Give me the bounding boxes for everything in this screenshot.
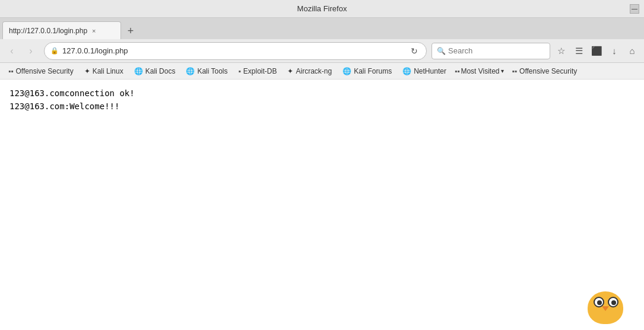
bookmark-label-kali-linux: Kali Linux: [93, 67, 123, 75]
bookmark-offensive-security-2[interactable]: ▪▪ Offensive Security: [507, 66, 582, 77]
bookmark-icon-most-visited: ▪▪: [455, 67, 460, 75]
mascot-body: [585, 288, 626, 324]
nav-right-icons: ☆ ☰ ⬛ ↓ ⌂: [553, 43, 640, 59]
bookmark-icon-kali-forums: 🌐: [342, 67, 351, 75]
bookmark-label-exploit-db: Exploit-DB: [243, 67, 277, 75]
address-bar[interactable]: [62, 46, 408, 55]
title-bar: Mozilla Firefox —: [0, 0, 644, 18]
bookmark-nethunter[interactable]: 🌐 NetHunter: [398, 66, 451, 77]
bookmark-exploit-db[interactable]: ▪ Exploit-DB: [234, 66, 282, 77]
page-line-2: 123@163.com:Welcome!!!: [9, 100, 635, 113]
page-wrapper: 123@163.comconnection ok! 123@163.com:We…: [0, 80, 644, 330]
bookmark-label-aircrack-ng: Aircrack-ng: [296, 67, 332, 75]
new-tab-button[interactable]: +: [122, 23, 139, 39]
bookmark-label-kali-forums: Kali Forums: [354, 67, 392, 75]
mascot: [585, 288, 632, 330]
secure-icon: 🔒: [50, 47, 59, 55]
bookmark-icon-aircrack-ng: ✦: [287, 67, 293, 75]
browser-window: Mozilla Firefox — http://127.0.0.1/login…: [0, 0, 644, 330]
back-button[interactable]: ‹: [4, 43, 20, 59]
mascot-circle: [588, 291, 623, 324]
bookmark-icon-nethunter: 🌐: [402, 67, 411, 75]
mascot-eye-right: [608, 297, 618, 307]
search-input[interactable]: [448, 46, 537, 55]
tab-label: http://127.0.0.1/login.php: [9, 27, 87, 35]
reader-view-button[interactable]: ☰: [570, 43, 587, 59]
minimize-button[interactable]: —: [630, 4, 639, 14]
reload-button[interactable]: ↻: [408, 45, 420, 57]
bookmark-kali-tools[interactable]: 🌐 Kali Tools: [181, 66, 232, 77]
nav-bar: ‹ › 🔒 ↻ 🔍 ☆ ☰ ⬛ ↓ ⌂: [0, 39, 644, 63]
bookmark-icon-kali-docs: 🌐: [134, 67, 143, 75]
bookmark-label-nethunter: NetHunter: [414, 67, 446, 75]
bookmark-icon-offensive-security-2: ▪▪: [512, 67, 518, 75]
search-bar-container: 🔍: [432, 43, 550, 59]
home-button[interactable]: ⌂: [624, 43, 640, 59]
bookmark-icon-kali-linux: ✦: [84, 67, 90, 75]
bookmark-most-visited[interactable]: ▪▪ Most Visited ▾: [452, 66, 506, 77]
page-content: 123@163.comconnection ok! 123@163.com:We…: [0, 80, 644, 120]
bookmark-label-offensive-security: Offensive Security: [16, 67, 74, 75]
bookmark-star-button[interactable]: ☆: [553, 43, 569, 59]
mascot-pupil-left: [597, 300, 602, 305]
mascot-beak: [602, 306, 609, 311]
downloads-button[interactable]: ↓: [606, 43, 623, 59]
bookmark-kali-linux[interactable]: ✦ Kali Linux: [80, 66, 128, 77]
bookmark-aircrack-ng[interactable]: ✦ Aircrack-ng: [283, 66, 337, 77]
tab-bar: http://127.0.0.1/login.php × +: [0, 18, 644, 39]
bookmark-icon-offensive-security: ▪▪: [8, 67, 14, 75]
window-controls: —: [630, 4, 639, 14]
bookmark-kali-forums[interactable]: 🌐 Kali Forums: [338, 66, 396, 77]
active-tab[interactable]: http://127.0.0.1/login.php ×: [2, 21, 121, 39]
page-line-1: 123@163.comconnection ok!: [9, 87, 635, 100]
bookmark-kali-docs[interactable]: 🌐 Kali Docs: [129, 66, 180, 77]
forward-button[interactable]: ›: [23, 43, 39, 59]
bookmark-offensive-security[interactable]: ▪▪ Offensive Security: [4, 66, 78, 77]
bookmarks-bar: ▪▪ Offensive Security ✦ Kali Linux 🌐 Kal…: [0, 63, 644, 80]
bookmark-icon-kali-tools: 🌐: [186, 67, 195, 75]
mascot-eye-left: [594, 297, 604, 307]
bookmark-label-kali-tools: Kali Tools: [197, 67, 227, 75]
pocket-button[interactable]: ⬛: [588, 43, 605, 59]
bookmark-label-kali-docs: Kali Docs: [145, 67, 176, 75]
most-visited-chevron-icon: ▾: [501, 68, 504, 74]
tab-close-button[interactable]: ×: [92, 27, 96, 34]
window-title: Mozilla Firefox: [297, 4, 347, 13]
bookmark-icon-exploit-db: ▪: [239, 67, 241, 75]
address-bar-container: 🔒 ↻: [44, 42, 427, 60]
search-icon: 🔍: [437, 47, 446, 55]
bookmark-label-most-visited: Most Visited: [461, 67, 499, 75]
mascot-pupil-right: [611, 300, 616, 305]
bookmark-label-offensive-security-2: Offensive Security: [519, 67, 577, 75]
